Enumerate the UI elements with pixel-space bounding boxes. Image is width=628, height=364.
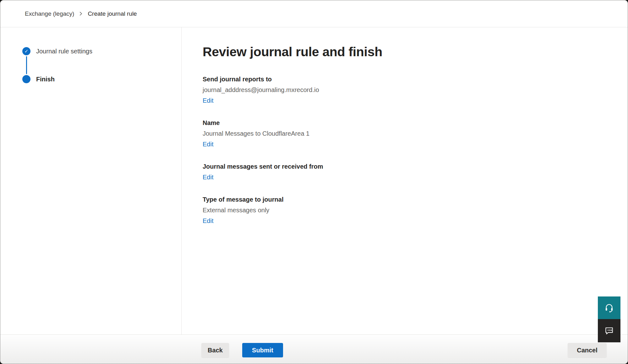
section-value: External messages only bbox=[203, 206, 609, 215]
review-panel: Review journal rule and finish Send jour… bbox=[182, 27, 628, 335]
page-title: Review journal rule and finish bbox=[203, 45, 609, 59]
current-step-dot-icon bbox=[22, 75, 30, 83]
step-connector-line bbox=[26, 56, 27, 74]
chevron-right-icon bbox=[79, 12, 83, 16]
wizard-body: ✓ Journal rule settings Finish Review jo… bbox=[0, 27, 628, 335]
section-label: Send journal reports to bbox=[203, 75, 609, 84]
section-label: Journal messages sent or received from bbox=[203, 162, 609, 171]
review-section-send-journal-reports-to: Send journal reports to journal_adddress… bbox=[203, 75, 609, 105]
edit-link[interactable]: Edit bbox=[203, 140, 213, 149]
help-button[interactable] bbox=[598, 296, 620, 319]
review-section-type-of-message-to-journal: Type of message to journal External mess… bbox=[203, 195, 609, 225]
top-bar: Exchange (legacy) Create journal rule bbox=[0, 0, 628, 27]
section-value: journal_adddress@journaling.mxrecord.io bbox=[203, 86, 609, 94]
breadcrumb-create-journal-rule: Create journal rule bbox=[88, 10, 137, 17]
footer-bar: Back Submit Cancel bbox=[0, 334, 628, 364]
section-label: Name bbox=[203, 119, 609, 127]
wizard-steps-panel: ✓ Journal rule settings Finish bbox=[0, 27, 182, 335]
exchange-admin-window: Exchange (legacy) Create journal rule ✓ … bbox=[0, 0, 628, 364]
edit-link[interactable]: Edit bbox=[203, 173, 213, 182]
submit-button[interactable]: Submit bbox=[242, 343, 283, 357]
back-button[interactable]: Back bbox=[201, 343, 229, 357]
feedback-button[interactable] bbox=[598, 319, 620, 342]
breadcrumb: Exchange (legacy) Create journal rule bbox=[25, 10, 137, 17]
wizard-step-label: Finish bbox=[36, 76, 55, 83]
wizard-step-finish[interactable]: Finish bbox=[22, 75, 181, 83]
review-section-journal-messages-sent-or-received-from: Journal messages sent or received from E… bbox=[203, 162, 609, 182]
breadcrumb-exchange-legacy[interactable]: Exchange (legacy) bbox=[25, 10, 74, 17]
cancel-button[interactable]: Cancel bbox=[568, 343, 607, 357]
edit-link[interactable]: Edit bbox=[203, 96, 213, 105]
chat-icon bbox=[604, 325, 614, 336]
review-section-name: Name Journal Messages to CloudflareArea … bbox=[203, 119, 609, 149]
wizard-step-journal-rule-settings[interactable]: ✓ Journal rule settings bbox=[22, 47, 181, 55]
check-glyph: ✓ bbox=[25, 48, 29, 54]
section-label: Type of message to journal bbox=[203, 195, 609, 204]
check-icon: ✓ bbox=[22, 47, 30, 55]
edit-link[interactable]: Edit bbox=[203, 217, 213, 225]
section-value: Journal Messages to CloudflareArea 1 bbox=[203, 129, 609, 138]
wizard-step-label: Journal rule settings bbox=[36, 48, 92, 55]
headset-icon bbox=[604, 303, 614, 313]
